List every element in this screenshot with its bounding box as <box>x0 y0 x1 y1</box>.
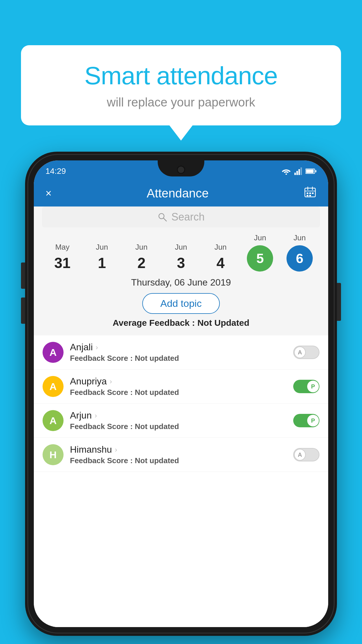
avatar-arjun: A <box>43 410 64 431</box>
phone-screen: 14:29 <box>34 160 328 627</box>
student-feedback-himanshu: Feedback Score : Not updated <box>70 456 287 465</box>
volume-down-button <box>21 298 25 324</box>
speech-bubble-title: Smart attendance <box>38 61 324 90</box>
student-info-anjali: Anjali › Feedback Score : Not updated <box>70 342 287 363</box>
date-month: May <box>55 243 69 252</box>
date-month: Jun <box>135 243 147 252</box>
svg-rect-7 <box>315 170 317 172</box>
student-list: A Anjali › Feedback Score : Not updated … <box>34 335 328 627</box>
date-item-jun1[interactable]: Jun 1 <box>85 243 120 272</box>
student-name-himanshu: Himanshu › <box>70 444 287 455</box>
toggle-knob-anjali: A <box>294 346 306 358</box>
svg-rect-13 <box>309 192 311 194</box>
speech-bubble-subtitle: will replace your paperwork <box>38 95 324 109</box>
date-month: Jun <box>215 243 227 252</box>
attendance-toggle-anjali[interactable]: A <box>293 346 319 359</box>
student-name-anupriya: Anupriya › <box>70 376 287 387</box>
chevron-right-icon: › <box>96 343 98 351</box>
student-name-arjun: Arjun › <box>70 410 287 421</box>
volume-up-button <box>21 262 25 289</box>
selected-date-label: Thursday, 06 June 2019 <box>34 277 328 288</box>
wifi-icon <box>282 168 291 175</box>
student-feedback-anupriya: Feedback Score : Not updated <box>70 388 287 397</box>
chevron-right-icon: › <box>95 412 97 420</box>
add-topic-button[interactable]: Add topic <box>142 293 220 314</box>
svg-rect-6 <box>306 169 314 173</box>
svg-rect-2 <box>296 171 298 175</box>
date-day: 3 <box>177 255 185 272</box>
search-icon <box>157 212 167 222</box>
avg-feedback-value: Not Updated <box>197 318 249 328</box>
attendance-toggle-himanshu[interactable]: A <box>293 448 319 461</box>
student-item-arjun[interactable]: A Arjun › Feedback Score : Not updated P <box>34 404 328 438</box>
date-month: Jun <box>294 233 306 242</box>
date-day: 31 <box>54 255 71 272</box>
svg-rect-16 <box>309 195 311 196</box>
app-title: Attendance <box>147 186 209 200</box>
app-header: × Attendance <box>34 180 328 206</box>
student-item-anjali[interactable]: A Anjali › Feedback Score : Not updated … <box>34 335 328 370</box>
camera-icon <box>177 166 185 174</box>
close-button[interactable]: × <box>45 187 52 200</box>
student-info-anupriya: Anupriya › Feedback Score : Not updated <box>70 376 287 397</box>
status-icons <box>282 166 317 175</box>
notch <box>158 160 204 176</box>
chevron-right-icon: › <box>115 446 117 454</box>
date-day: 1 <box>98 255 106 272</box>
date-month: Jun <box>254 233 266 242</box>
avatar-himanshu: H <box>43 444 64 465</box>
date-day: 2 <box>137 255 145 272</box>
speech-bubble-container: Smart attendance will replace your paper… <box>21 45 341 125</box>
student-info-arjun: Arjun › Feedback Score : Not updated <box>70 410 287 431</box>
student-feedback-anjali: Feedback Score : Not updated <box>70 354 287 363</box>
attendance-toggle-arjun[interactable]: P <box>293 414 319 427</box>
search-placeholder: Search <box>171 211 205 223</box>
svg-line-18 <box>164 218 166 221</box>
today-circle: 5 <box>247 245 273 272</box>
toggle-knob-arjun: P <box>307 415 319 426</box>
date-month: Jun <box>96 243 108 252</box>
avatar-anjali: A <box>43 342 64 363</box>
search-bar[interactable]: Search <box>42 206 320 228</box>
status-time: 14:29 <box>45 165 66 176</box>
date-day: 4 <box>217 255 225 272</box>
date-item-jun2[interactable]: Jun 2 <box>124 243 159 272</box>
date-item-jun5-today[interactable]: Jun 5 <box>242 233 277 272</box>
selected-circle: 6 <box>287 245 313 272</box>
battery-icon <box>305 168 317 174</box>
student-item-anupriya[interactable]: A Anupriya › Feedback Score : Not update… <box>34 370 328 404</box>
date-item-jun3[interactable]: Jun 3 <box>164 243 198 272</box>
power-button <box>337 283 341 321</box>
chevron-right-icon: › <box>110 377 112 386</box>
svg-rect-3 <box>298 169 300 175</box>
svg-rect-12 <box>307 192 308 194</box>
date-item-jun4[interactable]: Jun 4 <box>203 243 238 272</box>
svg-rect-4 <box>301 167 302 175</box>
attendance-toggle-anupriya[interactable]: P <box>293 380 319 393</box>
avatar-anupriya: A <box>43 376 64 397</box>
speech-bubble: Smart attendance will replace your paper… <box>21 45 341 125</box>
date-item-may31[interactable]: May 31 <box>45 243 80 272</box>
student-name-anjali: Anjali › <box>70 342 287 353</box>
avg-feedback-label: Average Feedback : <box>113 318 197 328</box>
date-item-jun6-selected[interactable]: Jun 6 <box>282 233 317 272</box>
svg-rect-14 <box>312 192 314 194</box>
signal-icon <box>294 167 302 175</box>
average-feedback: Average Feedback : Not Updated <box>34 318 328 328</box>
svg-rect-1 <box>294 173 296 175</box>
svg-rect-15 <box>307 195 308 196</box>
svg-point-0 <box>286 174 287 175</box>
student-feedback-arjun: Feedback Score : Not updated <box>70 422 287 431</box>
date-strip: May 31 Jun 1 Jun 2 Jun 3 Jun 4 <box>42 233 320 272</box>
toggle-knob-himanshu: A <box>294 449 306 461</box>
toggle-knob-anupriya: P <box>307 381 319 392</box>
date-month: Jun <box>175 243 187 252</box>
calendar-button[interactable] <box>304 186 317 201</box>
phone-frame: 14:29 <box>25 152 337 636</box>
student-item-himanshu[interactable]: H Himanshu › Feedback Score : Not update… <box>34 438 328 472</box>
student-info-himanshu: Himanshu › Feedback Score : Not updated <box>70 444 287 465</box>
